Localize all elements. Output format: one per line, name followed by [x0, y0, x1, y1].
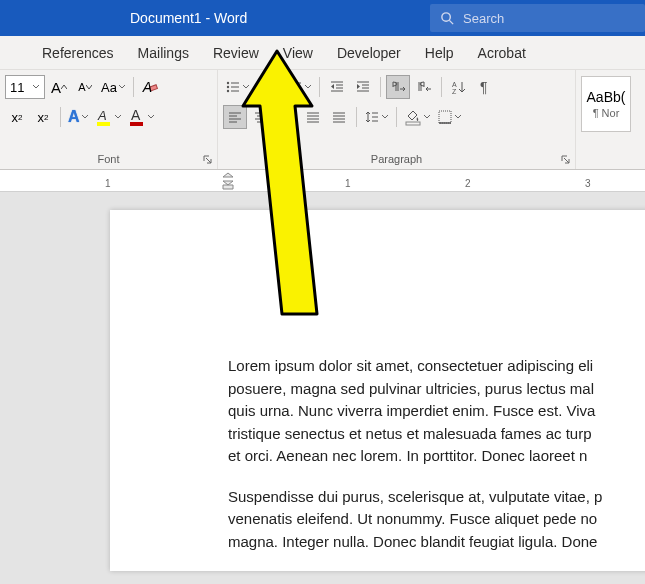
- numbering-icon: 123: [256, 79, 272, 95]
- font-color-button[interactable]: A: [126, 105, 157, 129]
- separator: [356, 107, 357, 127]
- tab-review[interactable]: Review: [201, 36, 271, 69]
- subscript-button[interactable]: x2: [5, 105, 29, 129]
- style-normal-preview[interactable]: AaBb( ¶ Nor: [581, 76, 631, 132]
- font-size-value: 11: [10, 80, 24, 95]
- horizontal-ruler[interactable]: 1 1 2 3: [0, 170, 645, 192]
- sort-button[interactable]: AZ: [447, 75, 471, 99]
- distribute-icon: [331, 109, 347, 125]
- group-paragraph: 123 AZ ¶: [218, 70, 576, 169]
- tab-view[interactable]: View: [271, 36, 325, 69]
- titlebar: Document1 - Word Search: [0, 0, 645, 36]
- svg-text:Z: Z: [452, 88, 457, 95]
- tab-help[interactable]: Help: [413, 36, 466, 69]
- svg-text:3: 3: [257, 88, 260, 94]
- multilevel-list-button[interactable]: [285, 75, 314, 99]
- document-page[interactable]: Lorem ipsum dolor sit amet, consectetuer…: [110, 210, 645, 571]
- increase-indent-button[interactable]: [351, 75, 375, 99]
- align-left-icon: [227, 109, 243, 125]
- ribbon-tabs: References Mailings Review View Develope…: [0, 36, 645, 70]
- highlighter-icon: A: [95, 107, 113, 127]
- group-label-font: Font: [5, 151, 212, 169]
- svg-point-0: [442, 12, 450, 20]
- svg-text:A: A: [452, 81, 457, 88]
- search-placeholder: Search: [463, 11, 504, 26]
- svg-line-1: [449, 20, 453, 24]
- bullets-button[interactable]: [223, 75, 252, 99]
- svg-text:A: A: [131, 107, 141, 123]
- separator: [380, 77, 381, 97]
- align-left-button[interactable]: [223, 105, 247, 129]
- text-effects-button[interactable]: A: [66, 105, 91, 129]
- change-case-button[interactable]: Aa: [99, 75, 128, 99]
- svg-rect-6: [130, 122, 143, 126]
- tab-developer[interactable]: Developer: [325, 36, 413, 69]
- search-box[interactable]: Search: [430, 4, 645, 32]
- numbering-button[interactable]: 123: [254, 75, 283, 99]
- paragraph-text: Suspendisse dui purus, scelerisque at, v…: [228, 486, 645, 554]
- ruler-number: 1: [105, 178, 111, 189]
- highlight-button[interactable]: A: [93, 105, 124, 129]
- ruler-number: 2: [465, 178, 471, 189]
- ltr-icon: [390, 79, 406, 95]
- svg-point-9: [227, 86, 229, 88]
- align-right-button[interactable]: [275, 105, 299, 129]
- justify-icon: [305, 109, 321, 125]
- search-icon: [440, 11, 455, 26]
- rtl-direction-button[interactable]: [412, 75, 436, 99]
- svg-text:¶: ¶: [480, 79, 488, 95]
- tab-acrobat[interactable]: Acrobat: [466, 36, 538, 69]
- bullets-icon: [225, 79, 241, 95]
- align-center-button[interactable]: [249, 105, 273, 129]
- style-preview-text: AaBb(: [587, 89, 626, 105]
- font-dialog-launcher-icon[interactable]: [202, 154, 214, 166]
- pilcrow-icon: ¶: [477, 79, 493, 95]
- paragraph-text: Lorem ipsum dolor sit amet, consectetuer…: [228, 355, 645, 468]
- increase-font-size-button[interactable]: A: [47, 75, 71, 99]
- align-center-icon: [253, 109, 269, 125]
- line-spacing-button[interactable]: [362, 105, 391, 129]
- font-size-input[interactable]: 11: [5, 75, 45, 99]
- indent-marker-icon[interactable]: [222, 172, 234, 190]
- svg-point-7: [227, 82, 229, 84]
- style-preview-label: ¶ Nor: [593, 107, 620, 119]
- ltr-direction-button[interactable]: [386, 75, 410, 99]
- increase-indent-icon: [355, 79, 371, 95]
- svg-text:A: A: [97, 108, 107, 123]
- decrease-indent-icon: [329, 79, 345, 95]
- distribute-button[interactable]: [327, 105, 351, 129]
- svg-point-11: [227, 90, 229, 92]
- document-title: Document1 - Word: [0, 10, 247, 26]
- align-right-icon: [279, 109, 295, 125]
- svg-rect-57: [439, 111, 451, 123]
- separator: [319, 77, 320, 97]
- sort-icon: AZ: [451, 79, 467, 95]
- ruler-number: 1: [345, 178, 351, 189]
- svg-rect-56: [406, 122, 420, 125]
- group-font: 11 A A Aa A x2 x2 A A A Font: [0, 70, 218, 169]
- justify-button[interactable]: [301, 105, 325, 129]
- font-color-icon: A: [128, 107, 146, 127]
- superscript-button[interactable]: x2: [31, 105, 55, 129]
- ribbon-content: 11 A A Aa A x2 x2 A A A Font: [0, 70, 645, 170]
- tab-mailings[interactable]: Mailings: [126, 36, 201, 69]
- clear-formatting-button[interactable]: A: [139, 75, 163, 99]
- show-hide-marks-button[interactable]: ¶: [473, 75, 497, 99]
- borders-icon: [437, 109, 453, 125]
- decrease-indent-button[interactable]: [325, 75, 349, 99]
- tab-references[interactable]: References: [0, 36, 126, 69]
- group-styles: AaBb( ¶ Nor: [576, 70, 636, 169]
- separator: [441, 77, 442, 97]
- separator: [60, 107, 61, 127]
- decrease-font-size-button[interactable]: A: [73, 75, 97, 99]
- chevron-down-icon: [32, 83, 40, 91]
- paragraph-dialog-launcher-icon[interactable]: [560, 154, 572, 166]
- borders-button[interactable]: [435, 105, 464, 129]
- rtl-icon: [416, 79, 432, 95]
- document-area: Lorem ipsum dolor sit amet, consectetuer…: [0, 192, 645, 584]
- shading-button[interactable]: [402, 105, 433, 129]
- multilevel-list-icon: [287, 79, 303, 95]
- ruler-number: 3: [585, 178, 591, 189]
- paint-bucket-icon: [404, 108, 422, 126]
- line-spacing-icon: [364, 109, 380, 125]
